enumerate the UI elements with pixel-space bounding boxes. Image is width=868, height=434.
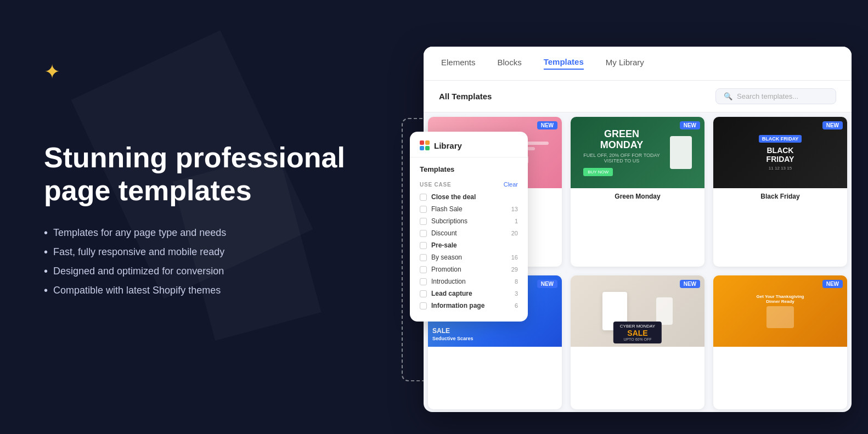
tab-elements[interactable]: Elements — [441, 58, 476, 69]
checkbox-close-deal[interactable] — [420, 194, 427, 201]
checkbox-subscriptions[interactable] — [420, 218, 427, 225]
checkbox-flash-sale[interactable] — [420, 206, 427, 213]
filter-item-information-page[interactable]: Information page 6 — [420, 302, 518, 309]
checkbox-pre-sale[interactable] — [420, 242, 427, 249]
filter-count-lead-capture: 3 — [515, 290, 518, 297]
feature-item-1: Templates for any page type and needs — [44, 227, 351, 239]
new-badge-black: NEW — [822, 121, 843, 129]
checkbox-introduction[interactable] — [420, 278, 427, 285]
filter-item-promotion[interactable]: Promotion 29 — [420, 266, 518, 273]
new-badge-cyber: NEW — [680, 280, 700, 288]
filter-label-introduction: Introduction — [431, 278, 466, 285]
filter-count-promotion: 29 — [511, 266, 518, 273]
card-img-bedroom: CYBER MONDAY SALE UPTO 60% OFF NEW — [571, 275, 704, 347]
filter-item-lead-capture[interactable]: Lead capture 3 — [420, 290, 518, 297]
filter-item-close-deal[interactable]: Close the deal — [420, 193, 518, 201]
tab-my-library[interactable]: My Library — [606, 58, 644, 69]
filter-label-close-deal: Close the deal — [431, 193, 476, 201]
use-case-header: USE CASE Clear — [420, 181, 518, 188]
new-badge: NEW — [537, 121, 557, 129]
clear-button[interactable]: Clear — [504, 181, 518, 188]
filter-count-discount: 20 — [511, 230, 518, 236]
checkbox-lead-capture[interactable] — [420, 290, 427, 297]
filter-item-introduction[interactable]: Introduction 8 — [420, 278, 518, 285]
use-case-label: USE CASE — [420, 182, 452, 188]
all-templates-label: All Templates — [439, 92, 492, 101]
feature-list: Templates for any page type and needs Fa… — [44, 227, 351, 303]
template-card-cyber-monday[interactable]: CYBER MONDAY SALE UPTO 60% OFF NEW — [571, 275, 704, 410]
card-img-warm: Get Your ThanksgivingDinner Ready NEW — [713, 275, 847, 347]
filter-label-pre-sale: Pre-sale — [431, 241, 457, 249]
filter-item-flash-sale[interactable]: Flash Sale 13 — [420, 205, 518, 213]
checkbox-by-season[interactable] — [420, 254, 427, 261]
filter-label-information-page: Information page — [431, 302, 484, 309]
filter-item-pre-sale[interactable]: Pre-sale — [420, 241, 518, 249]
hero-panel: Stunning professional page templates Tem… — [44, 0, 351, 434]
library-header: Library — [410, 132, 528, 157]
tab-blocks[interactable]: Blocks — [498, 58, 522, 69]
feature-item-4: Compatible with latest Shopify themes — [44, 284, 351, 297]
card-img-black: BLACK FRIDAY BLACKFRIDAY 11 12 13 15 NEW — [713, 117, 847, 188]
checkbox-discount[interactable] — [420, 230, 427, 237]
filter-item-discount[interactable]: Discount 20 — [420, 229, 518, 237]
filter-count-flash-sale: 13 — [511, 206, 518, 212]
library-panel: Library Templates USE CASE Clear Close t… — [410, 132, 528, 322]
browser-toolbar: All Templates 🔍 Search templates... — [424, 81, 852, 112]
template-card-green-monday[interactable]: GREENMONDAY FUEL OFF, 20% OFF FOR TODAYV… — [571, 117, 704, 267]
card-label-green-monday: Green Monday — [571, 188, 704, 204]
search-icon: 🔍 — [724, 92, 732, 100]
library-title: Library — [434, 141, 462, 150]
filter-label-promotion: Promotion — [431, 266, 461, 273]
feature-item-3: Designed and optimized for conversion — [44, 265, 351, 278]
checkbox-promotion[interactable] — [420, 266, 427, 273]
template-card-thanksgiving[interactable]: Get Your ThanksgivingDinner Ready NEW — [713, 275, 847, 410]
card-label-black-friday: Black Friday — [713, 188, 847, 204]
library-grid-icon — [420, 140, 430, 150]
new-badge-outdoor: NEW — [537, 280, 557, 288]
tab-templates[interactable]: Templates — [544, 57, 584, 70]
filter-item-subscriptions[interactable]: Subcriptions 1 — [420, 217, 518, 225]
filter-count-by-season: 16 — [511, 254, 518, 261]
search-box[interactable]: 🔍 Search templates... — [715, 88, 836, 104]
feature-item-2: Fast, fully responsive and mobile ready — [44, 246, 351, 258]
filter-label-flash-sale: Flash Sale — [431, 205, 463, 213]
filter-count-introduction: 8 — [515, 278, 518, 285]
filter-label-by-season: By season — [431, 253, 462, 261]
template-card-black-friday[interactable]: BLACK FRIDAY BLACKFRIDAY 11 12 13 15 NEW… — [713, 117, 847, 267]
library-section-title: Templates — [420, 165, 518, 173]
search-placeholder: Search templates... — [737, 92, 798, 100]
filter-label-lead-capture: Lead capture — [431, 290, 472, 297]
right-panel: Elements Blocks Templates My Library All… — [374, 0, 868, 434]
filter-count-information-page: 6 — [515, 302, 518, 309]
filter-label-subscriptions: Subcriptions — [431, 217, 467, 225]
filter-count-subscriptions: 1 — [515, 218, 518, 224]
checkbox-information-page[interactable] — [420, 302, 427, 309]
hero-title: Stunning professional page templates — [44, 142, 351, 207]
tab-bar: Elements Blocks Templates My Library — [424, 47, 852, 81]
filter-item-by-season[interactable]: By season 16 — [420, 253, 518, 261]
filter-label-discount: Discount — [431, 229, 457, 237]
card-img-green: GREENMONDAY FUEL OFF, 20% OFF FOR TODAYV… — [571, 117, 704, 188]
new-badge-green: NEW — [680, 121, 700, 129]
library-body: Templates USE CASE Clear Close the deal … — [410, 157, 528, 322]
new-badge-thanksgiving: NEW — [822, 280, 843, 288]
